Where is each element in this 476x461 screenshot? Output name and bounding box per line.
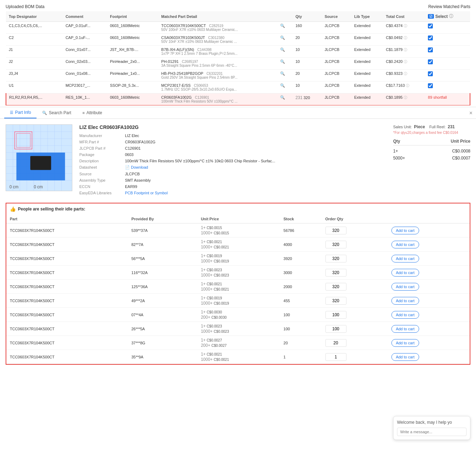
cell-search-icon[interactable]: 🔍	[277, 82, 292, 93]
field-label: Datasheet	[79, 165, 125, 170]
cell-search-icon[interactable]: 🔍	[277, 22, 292, 34]
idle-cell-orderqty[interactable]	[322, 238, 388, 252]
row-checkbox[interactable]	[428, 47, 433, 52]
idle-cell-action[interactable]: Add to cart	[388, 223, 470, 238]
cell-select[interactable]	[425, 82, 470, 93]
idle-cell-part: TCC0603X7R104K500CT	[6, 308, 128, 322]
cell-shortage: 89 shortfall	[425, 93, 470, 105]
add-to-cart-button[interactable]: Add to cart	[391, 353, 419, 361]
idle-cell-action[interactable]: Add to cart	[388, 280, 470, 294]
part-title: LIZ Elec CR0603FA1002G	[79, 124, 386, 130]
idle-cell-orderqty[interactable]	[322, 336, 388, 350]
idle-cell-orderqty[interactable]	[322, 252, 388, 266]
order-qty-input[interactable]	[325, 311, 346, 319]
add-to-cart-button[interactable]: Add to cart	[391, 241, 419, 248]
tab-search-part[interactable]: 🔍 Search Part	[37, 107, 77, 118]
cell-designator: J1	[6, 46, 63, 58]
add-to-cart-button[interactable]: Add to cart	[391, 283, 419, 291]
order-qty-input[interactable]	[325, 297, 346, 305]
cell-select[interactable]	[425, 22, 470, 34]
idle-cell-action[interactable]: Add to cart	[388, 350, 470, 364]
cell-search-icon[interactable]: 🔍	[277, 58, 292, 70]
row-checkbox[interactable]	[428, 35, 433, 40]
add-to-cart-button[interactable]: Add to cart	[391, 227, 419, 234]
col-comment: Comment	[63, 11, 107, 22]
detail-close-button[interactable]: ×	[469, 110, 472, 116]
detail-field-row: Package 0603	[79, 152, 386, 157]
cell-comment: RES_10K_1...	[63, 93, 107, 105]
order-qty-input[interactable]	[325, 353, 346, 361]
idle-cell-orderqty[interactable]	[322, 308, 388, 322]
idle-cell-action[interactable]: Add to cart	[388, 336, 470, 350]
idle-cell-action[interactable]: Add to cart	[388, 238, 470, 252]
download-link[interactable]: 📄 Download	[125, 165, 148, 170]
order-qty-input[interactable]	[325, 269, 346, 277]
idle-cell-action[interactable]: Add to cart	[388, 322, 470, 336]
shortage-badge: 89 shortfall	[428, 95, 447, 99]
detail-panel: × ☰ Part Info 🔍 Search Part ≡ Attribute	[0, 107, 476, 203]
order-qty-input[interactable]	[325, 283, 346, 291]
cell-partdetail: MCP23017-E/SS C506653 1.7MHz I2C SSOP-28…	[158, 82, 277, 93]
cell-designator: U1	[6, 82, 63, 93]
cell-qty: 10	[293, 82, 322, 93]
cell-select[interactable]	[425, 58, 470, 70]
pcb-link[interactable]: PCB Footprint or Symbol	[125, 191, 168, 195]
cell-designator: J2	[6, 58, 63, 70]
field-value: SMT Assembly	[125, 178, 151, 182]
idle-cell-orderqty[interactable]	[322, 223, 388, 238]
idle-cell-orderqty[interactable]	[322, 266, 388, 280]
cell-search-icon[interactable]: 🔍	[277, 46, 292, 58]
add-to-cart-button[interactable]: Add to cart	[391, 255, 419, 262]
idle-cell-part: TCC0603X7R104K500CT	[6, 280, 128, 294]
order-qty-input[interactable]	[325, 227, 346, 234]
idle-cell-orderqty[interactable]	[322, 280, 388, 294]
cell-partdetail: B7B-XH-A(LF)(SN) C144398 1x7P 7P XH 1 2.…	[158, 46, 277, 58]
idle-cell-action[interactable]: Add to cart	[388, 294, 470, 308]
field-label: JLCPCB Part #	[79, 146, 125, 150]
idle-cell-provider: 125**36A	[128, 280, 197, 294]
cell-search-icon[interactable]: 🔍	[277, 93, 292, 105]
tab-part-info[interactable]: ☰ Part Info	[4, 107, 37, 118]
cell-source: JLCPCB	[322, 22, 351, 34]
order-qty-input[interactable]	[325, 241, 346, 248]
idle-cell-action[interactable]: Add to cart	[388, 308, 470, 322]
idle-cell-price: 1+C$0.0019 1000+C$0.0019	[197, 294, 280, 308]
cell-footprint: SSOP-28_5.3x...	[107, 82, 158, 93]
add-to-cart-button[interactable]: Add to cart	[391, 269, 419, 277]
row-checkbox[interactable]	[428, 83, 433, 88]
add-to-cart-button[interactable]: Add to cart	[391, 297, 419, 305]
part-info-block: LIZ Elec CR0603FA1002G Manufacturer LIZ …	[79, 124, 386, 197]
add-to-cart-button[interactable]: Add to cart	[391, 325, 419, 333]
cell-footprint: 0603_1608Metric	[107, 93, 158, 105]
svg-text:0 cm: 0 cm	[9, 184, 19, 189]
idle-cell-action[interactable]: Add to cart	[388, 266, 470, 280]
tab-attribute[interactable]: ≡ Attribute	[77, 107, 108, 118]
idle-cell-orderqty[interactable]	[322, 322, 388, 336]
add-to-cart-button[interactable]: Add to cart	[391, 311, 419, 319]
add-to-cart-button[interactable]: Add to cart	[391, 339, 419, 347]
detail-field-row: MFR.Part # CR0603FA1002G	[79, 140, 386, 144]
idle-cell-stock: 2000	[280, 280, 322, 294]
order-qty-input[interactable]	[325, 325, 346, 333]
chat-input[interactable]	[397, 428, 467, 436]
row-checkbox[interactable]	[428, 24, 433, 28]
sales-info: Sales Unit: Piece Full Reel: 231	[393, 124, 470, 129]
idle-cell-orderqty[interactable]	[322, 294, 388, 308]
idle-cell-provider: 49***2A	[128, 294, 197, 308]
bom-section-title: Uploaded BOM Data	[6, 4, 45, 9]
cell-select[interactable]	[425, 34, 470, 46]
cell-select[interactable]	[425, 70, 470, 82]
cell-search-icon[interactable]: 🔍	[277, 70, 292, 82]
col-select: ☑ Select ⓘ	[425, 11, 470, 22]
row-checkbox[interactable]	[428, 71, 433, 76]
detail-field-row: Manufacturer LIZ Elec	[79, 134, 386, 138]
review-section-title: Review Matched Parts	[428, 4, 470, 9]
cell-select[interactable]	[425, 46, 470, 58]
idle-cell-action[interactable]: Add to cart	[388, 252, 470, 266]
order-qty-input[interactable]	[325, 339, 346, 347]
cell-search-icon[interactable]: 🔍	[277, 34, 292, 46]
row-checkbox[interactable]	[428, 59, 433, 64]
cell-footprint: 0603_1608Metric	[107, 22, 158, 34]
idle-cell-orderqty[interactable]	[322, 350, 388, 364]
order-qty-input[interactable]	[325, 255, 346, 262]
